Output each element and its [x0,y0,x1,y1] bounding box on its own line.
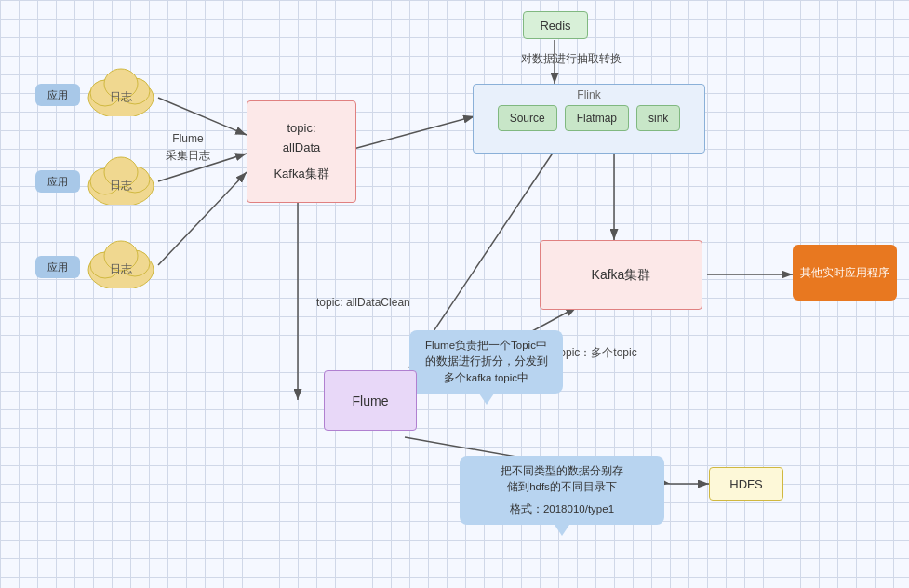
flink-box: Flink Source Flatmap sink [473,84,705,154]
kafka-box-2: Kafka集群 [540,240,702,310]
svg-text:日志: 日志 [110,90,132,103]
app-node-3: 应用 [35,256,80,278]
svg-text:日志: 日志 [110,262,132,275]
flink-inner: Source Flatmap sink [481,105,697,131]
flume-split-callout: Flume负责把一个Topic中 的数据进行折分，分发到 多个kafka top… [409,330,563,394]
topic-alldataclean-label: topic: allDataClean [316,294,410,311]
flume-collect-label: Flume 采集日志 [166,130,210,164]
flink-label: Flink [474,88,704,101]
flink-sink: sink [636,105,680,131]
abstract-transform-label: 对数据进行抽取转换 [521,50,622,67]
redis-box: Redis [523,11,588,39]
app-node-1: 应用 [35,84,80,106]
cloud-log1: 日志 [79,56,163,116]
svg-text:日志: 日志 [110,179,132,192]
hdfs-box: HDFS [709,467,783,501]
app-node-2: 应用 [35,170,80,193]
cloud-log3: 日志 [79,228,163,288]
svg-line-4 [354,116,475,149]
cloud-log2: 日志 [79,144,163,205]
topic-multiple-label: topic：多个topic [556,344,637,361]
svg-line-1 [158,98,247,135]
flink-flatmap: Flatmap [565,105,629,131]
hdfs-callout: 把不同类型的数据分别存 储到hdfs的不同目录下 格式：2018010/type… [460,456,664,525]
flume-split-box: Flume [324,370,417,431]
kafka-box-1: topic: allData Kafka集群 [247,100,356,203]
flink-source: Source [498,105,557,131]
svg-line-3 [158,172,247,265]
other-app-box: 其他实时应用程序 [793,245,897,301]
diagram-container: 日志 应用 日志 应用 日志 应用 Flume 采集日志 topic: allD… [0,0,909,588]
